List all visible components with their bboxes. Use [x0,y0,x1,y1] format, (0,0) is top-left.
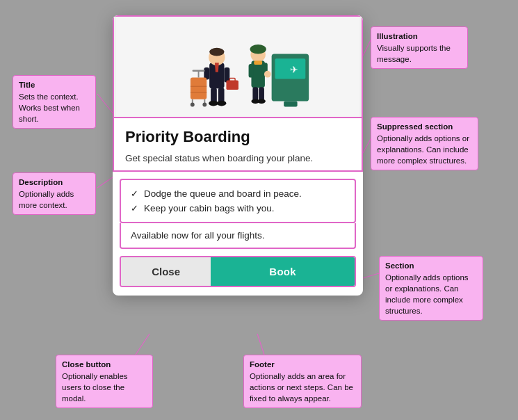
annotation-close-button: Close button Optionally enables users to… [56,355,153,408]
check-item-2: ✓ Keep your cabin bags with you. [131,203,345,213]
check-text-2: Keep your cabin bags with you. [144,203,275,213]
svg-line-2 [363,139,371,153]
annotation-suppressed: Suppressed section Optionally adds optio… [371,117,478,170]
svg-rect-37 [254,60,262,65]
annotation-footer: Footer Optionally adds an area for actio… [243,355,362,408]
svg-point-40 [264,71,271,78]
svg-rect-20 [211,88,217,102]
svg-rect-38 [249,64,254,77]
svg-line-6 [257,334,264,355]
modal-section-available: Available now for all your flights. [120,223,356,249]
modal-description-section: Get special status when boarding your pl… [113,150,363,172]
annotation-section: Section Optionally adds options or expla… [379,256,483,321]
modal-title: Priority Boarding [125,128,350,146]
modal-footer: Close Book [120,256,356,287]
modal-card: ✈ [113,15,363,296]
modal-section-checks: ✓ Dodge the queue and board in peace. ✓ … [120,179,356,223]
svg-rect-7 [116,17,359,117]
svg-point-29 [191,103,195,107]
svg-point-44 [257,99,266,104]
svg-rect-21 [218,88,225,102]
annotation-title: Title Sets the context. Works best when … [13,75,96,129]
check-icon-2: ✓ [131,203,138,213]
check-text-1: Dodge the queue and board in peace. [144,188,302,199]
svg-marker-15 [215,63,219,72]
svg-rect-41 [252,87,258,100]
modal-illustration: ✈ [113,15,363,118]
svg-point-14 [209,48,224,56]
check-icon-1: ✓ [131,188,138,199]
svg-line-0 [363,40,371,56]
svg-point-30 [202,103,207,107]
svg-rect-42 [259,87,264,100]
annotation-illustration: Illustration Visually supports the messa… [371,26,468,69]
svg-rect-24 [191,78,207,99]
svg-point-23 [217,101,227,106]
close-button[interactable]: Close [121,257,211,286]
available-text: Available now for all your flights. [131,230,345,241]
svg-point-22 [209,101,218,106]
svg-rect-11 [284,102,297,107]
modal-title-section: Priority Boarding [113,118,363,150]
svg-line-4 [363,273,379,278]
annotation-description: Description Optionally adds more context… [13,172,96,215]
svg-text:✈: ✈ [290,65,298,75]
svg-rect-16 [225,67,230,82]
svg-line-5 [136,334,149,355]
svg-rect-36 [251,47,264,51]
book-button[interactable]: Book [211,257,355,286]
modal-description: Get special status when boarding your pl… [125,153,350,163]
check-item-1: ✓ Dodge the queue and board in peace. [131,188,345,199]
